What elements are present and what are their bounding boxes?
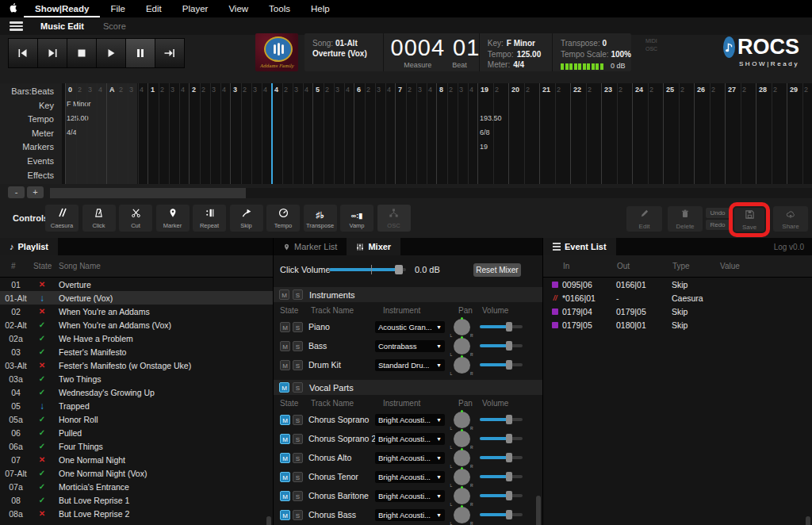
mute-button[interactable]: M [280,472,290,482]
volume-handle[interactable] [506,510,512,519]
pan-knob[interactable]: LR [454,357,470,374]
tempo-tool-button[interactable]: Tempo [266,205,300,232]
save-button[interactable]: Save [734,208,764,232]
tab-playlist[interactable]: ♪ Playlist [0,238,58,255]
volume-slider[interactable] [480,344,523,347]
event-list-scrollbar-thumb[interactable] [806,516,810,525]
tab-marker-list[interactable]: Marker List [274,238,347,255]
skip-tool-button[interactable]: Skip [230,205,263,232]
instrument-select[interactable]: Bright Acousti...▼ [375,452,445,464]
playlist-row[interactable]: 05a✓Honor Roll [0,412,273,426]
menu-showready[interactable]: Show|Ready [24,0,100,17]
mixer-scrollbar-thumb[interactable] [536,496,541,525]
event-row[interactable]: 0179|040179|05Skip [543,305,812,318]
pan-knob[interactable]: LR [454,338,470,354]
mute-button[interactable]: M [280,434,290,444]
instrument-select[interactable]: Standard Dru...▼ [375,359,445,371]
timeline-scrollbar[interactable] [50,188,812,198]
tab-music-edit[interactable]: Music Edit [40,21,84,31]
playlist-scrollbar[interactable] [266,516,271,522]
solo-button[interactable]: S [293,322,303,332]
instrument-select[interactable]: Bright Acousti...▼ [375,414,445,426]
volume-slider[interactable] [480,513,523,516]
osc-tool-button[interactable]: OSC [377,205,411,232]
click-volume-slider[interactable] [329,268,406,271]
menu-item-tools[interactable]: Tools [259,0,301,17]
mixer-scrollbar[interactable] [536,496,541,522]
solo-button[interactable]: S [293,510,303,520]
playlist-row[interactable]: 07a✓Morticia's Entrance [0,480,273,493]
menu-item-edit[interactable]: Edit [136,0,172,17]
volume-slider[interactable] [480,475,523,478]
event-row[interactable]: 0179|050180|01Skip [543,318,812,331]
solo-button[interactable]: S [293,341,303,351]
mute-button[interactable]: M [280,415,290,425]
tab-score[interactable]: Score [103,21,126,31]
pan-knob[interactable]: LR [454,469,470,485]
repeat-tool-button[interactable]: Repeat [193,205,226,232]
volume-handle[interactable] [506,322,512,331]
playlist-row[interactable]: 04✓Wednesday's Growing Up [0,385,273,399]
volume-handle[interactable] [506,453,512,462]
solo-button[interactable]: S [293,491,303,501]
group-mute-button[interactable]: M [279,289,289,300]
playlist-row[interactable]: 05↓Trapped [0,399,273,412]
click-tool-button[interactable]: Click [82,205,116,232]
pan-knob[interactable]: LR [454,431,470,447]
playlist-row[interactable]: 06a✓Four Things [0,439,273,453]
event-row[interactable]: //*0166|01-Caesura [543,291,812,305]
volume-handle[interactable] [506,472,512,481]
playlist-row[interactable]: 02a✓We Have a Problem [0,331,273,345]
solo-button[interactable]: S [293,434,303,444]
mute-button[interactable]: M [280,453,290,463]
play-button[interactable] [96,38,126,68]
solo-button[interactable]: S [293,415,303,425]
instrument-select[interactable]: Contrabass▼ [375,340,445,352]
transpose-tool-button[interactable]: ♯♭Transpose [304,205,337,232]
vamp-tool-button[interactable]: ∞:▮Vamp [340,205,373,232]
delete-button[interactable]: Delete [668,206,703,232]
mute-button[interactable]: M [280,360,290,370]
playlist-row[interactable]: 02-Alt✓When You're an Addams (Vox) [0,318,273,331]
playlist-row[interactable]: 03✓Fester's Manifesto [0,345,273,358]
redo-button[interactable]: Redo [706,220,730,230]
playlist-row[interactable]: 06✓Pulled [0,426,273,439]
instrument-select[interactable]: Bright Acousti...▼ [375,471,445,483]
mute-button[interactable]: M [280,491,290,501]
reset-mixer-button[interactable]: Reset Mixer [473,263,521,277]
playlist-scrollbar-thumb[interactable] [266,516,271,525]
edit-button[interactable]: Edit [626,206,662,232]
stop-button[interactable] [67,38,97,68]
next-song-button[interactable] [37,38,67,68]
apple-icon[interactable] [10,3,19,14]
marker-tool-button[interactable]: Marker [156,205,190,232]
volume-handle[interactable] [506,491,512,500]
instrument-select[interactable]: Bright Acousti...▼ [375,509,445,521]
timeline-scrollbar-thumb[interactable] [50,188,246,198]
group-solo-button[interactable]: S [293,382,303,393]
volume-slider[interactable] [480,456,523,459]
volume-handle[interactable] [506,360,512,370]
playlist-row[interactable]: 01✕Overture [0,278,273,291]
volume-slider[interactable] [480,494,523,497]
zoom-out-button[interactable]: - [8,186,25,198]
volume-slider[interactable] [480,363,523,366]
instrument-select[interactable]: Acoustic Gran...▼ [375,321,445,333]
volume-slider[interactable] [480,325,523,328]
mute-button[interactable]: M [280,322,290,332]
undo-button[interactable]: Undo [706,208,730,218]
mute-button[interactable]: M [280,341,290,351]
volume-handle[interactable] [506,434,512,443]
cut-tool-button[interactable]: Cut [119,205,152,232]
hamburger-menu-icon[interactable] [10,21,23,31]
click-volume-handle[interactable] [395,265,403,274]
playlist-row[interactable]: 01-Alt↓Overture (Vox) [0,291,273,305]
instrument-select[interactable]: Bright Acousti...▼ [375,433,445,445]
pan-knob[interactable]: LR [454,319,470,335]
pan-knob[interactable]: LR [454,450,470,466]
solo-button[interactable]: S [293,453,303,463]
playhead[interactable] [271,83,273,184]
go-to-end-button[interactable] [155,38,185,68]
group-mute-button[interactable]: M [279,382,289,393]
volume-handle[interactable] [506,415,512,424]
